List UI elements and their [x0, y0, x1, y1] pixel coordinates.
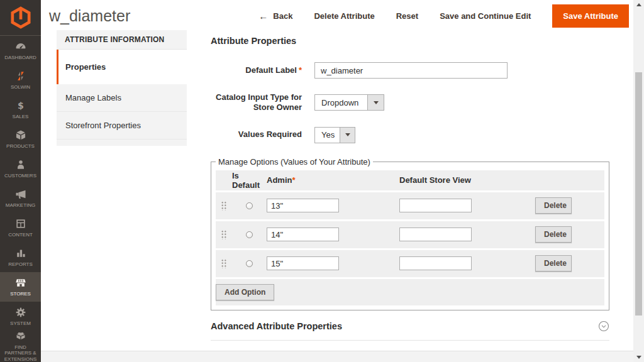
column-default-store-view: Default Store View: [399, 175, 472, 185]
dashboard-icon: [14, 40, 27, 53]
chevron-down-circle-icon[interactable]: [598, 321, 609, 332]
sidebar-item[interactable]: PRODUCTS: [0, 124, 41, 154]
stores-icon: [14, 277, 27, 289]
sidebar-item-label: PRODUCTS: [6, 143, 35, 149]
save-and-continue-button[interactable]: Save and Continue Edit: [440, 11, 531, 21]
page-title: w_diameter: [49, 7, 130, 25]
sidebar-item-label: CUSTOMERS: [4, 173, 37, 178]
add-option-button[interactable]: Add Option: [216, 284, 274, 300]
sales-icon: $: [14, 99, 27, 112]
reset-button[interactable]: Reset: [396, 11, 418, 21]
sidebar-item[interactable]: MARKETING: [0, 184, 41, 213]
admin-value-input[interactable]: [267, 228, 339, 241]
tab-label: Manage Labels: [65, 93, 121, 102]
sidebar-item[interactable]: STORES: [0, 272, 41, 302]
admin-value-input[interactable]: [267, 199, 339, 212]
option-row: Delete: [216, 250, 604, 277]
sidebar-item[interactable]: $ SALES: [0, 95, 41, 124]
attribute-tabs-panel: ATTRIBUTE INFORMATION Properties Manage …: [57, 30, 187, 146]
sidebar-item-label: STORES: [9, 291, 31, 297]
default-label-label: Default Label*: [211, 65, 302, 75]
admin-value-input[interactable]: [267, 256, 339, 270]
content-icon: [14, 217, 27, 230]
drag-handle-icon[interactable]: [221, 200, 226, 211]
values-required-row: Values Required Yes: [211, 127, 609, 143]
system-icon: [14, 306, 27, 319]
drag-handle-icon[interactable]: [221, 229, 226, 239]
drag-handle-icon[interactable]: [221, 258, 226, 268]
option-row: Delete: [216, 192, 604, 219]
values-required-label: Values Required: [211, 129, 302, 140]
default-label-input[interactable]: [314, 62, 508, 79]
required-asterisk: *: [299, 65, 302, 75]
is-default-radio[interactable]: [246, 260, 253, 267]
scrollbar-thumb[interactable]: [635, 72, 642, 315]
manage-options-fieldset: Manage Options (Values of Your Attribute…: [211, 157, 609, 310]
is-default-radio[interactable]: [246, 231, 253, 238]
save-attribute-button[interactable]: Save Attribute: [552, 4, 629, 28]
sidebar-item[interactable]: CUSTOMERS: [0, 154, 41, 184]
store-view-input[interactable]: [399, 256, 472, 270]
values-required-select[interactable]: Yes: [314, 127, 355, 143]
sidebar-item[interactable]: SYSTEM: [0, 302, 41, 331]
sidebar-item[interactable]: DASHBOARD: [0, 36, 41, 65]
admin-sidebar: DASHBOARD SOLWIN $ SALES PRODUCTS CUSTOM…: [0, 0, 41, 362]
chevron-down-icon: [367, 95, 384, 110]
sidebar-item[interactable]: FIND PARTNERS & EXTENSIONS: [0, 331, 41, 361]
magento-logo-icon: [11, 6, 31, 29]
back-arrow-icon: ←: [258, 11, 268, 21]
delete-option-button[interactable]: Delete: [535, 226, 572, 243]
vertical-scrollbar[interactable]: [633, 0, 644, 362]
back-label: Back: [273, 11, 292, 21]
catalog-input-type-label: Catalog Input Type for Store Owner: [211, 92, 302, 113]
options-table-header: Is Default Admin* Default Store View: [216, 170, 604, 190]
marketing-icon: [14, 188, 27, 200]
sidebar-item-label: REPORTS: [8, 261, 33, 267]
back-button[interactable]: ← Back: [258, 11, 292, 21]
sidebar-item-label: CONTENT: [8, 232, 33, 238]
advanced-attribute-properties-section[interactable]: Advanced Attribute Properties: [211, 321, 609, 341]
svg-text:$: $: [18, 101, 24, 111]
default-label-row: Default Label*: [211, 62, 609, 79]
tab-item[interactable]: Storefront Properties: [57, 112, 187, 140]
sidebar-item[interactable]: SOLWIN: [0, 65, 41, 95]
delete-option-button[interactable]: Delete: [535, 197, 572, 214]
option-row: Delete: [216, 221, 604, 248]
values-required-value: Yes: [315, 128, 340, 143]
magento-logo[interactable]: [0, 0, 41, 36]
catalog-input-type-row: Catalog Input Type for Store Owner Dropd…: [211, 92, 609, 113]
tab-item[interactable]: Properties: [57, 50, 187, 84]
manage-options-legend: Manage Options (Values of Your Attribute…: [216, 157, 373, 167]
catalog-input-type-value: Dropdown: [315, 95, 367, 110]
options-rows: Delete Delete: [216, 192, 604, 277]
products-icon: [14, 129, 27, 141]
sidebar-item-label: SYSTEM: [9, 321, 31, 326]
tab-item[interactable]: Manage Labels: [57, 84, 187, 112]
tab-label: Properties: [65, 62, 106, 72]
sidebar-item-label: SALES: [12, 114, 30, 119]
advanced-section-title: Advanced Attribute Properties: [211, 321, 342, 331]
attribute-properties-form: Attribute Properties Default Label* Cata…: [211, 30, 609, 341]
delete-option-button[interactable]: Delete: [535, 255, 572, 272]
sidebar-item-label: DASHBOARD: [4, 55, 37, 60]
store-view-input[interactable]: [399, 199, 472, 212]
sidebar-item-label: FIND PARTNERS & EXTENSIONS: [1, 344, 40, 362]
reports-icon: [14, 247, 27, 260]
chevron-down-icon: [340, 128, 355, 143]
catalog-input-type-select[interactable]: Dropdown: [314, 94, 384, 111]
sidebar-item-label: SOLWIN: [10, 84, 31, 90]
scroll-up-arrow[interactable]: [633, 0, 644, 9]
solwin-icon: [14, 70, 27, 82]
sidebar-nav: DASHBOARD SOLWIN $ SALES PRODUCTS CUSTOM…: [0, 36, 41, 361]
sidebar-item[interactable]: CONTENT: [0, 213, 41, 243]
page-container: w_diameter ← Back Delete Attribute Reset…: [41, 0, 633, 362]
store-view-input[interactable]: [399, 228, 472, 241]
scroll-down-arrow[interactable]: [633, 353, 644, 362]
sidebar-item[interactable]: REPORTS: [0, 243, 41, 272]
extensions-icon: [14, 330, 27, 343]
sidebar-item-label: MARKETING: [5, 202, 36, 208]
add-option-row: Add Option: [216, 279, 604, 305]
column-is-default: Is Default: [216, 171, 267, 190]
is-default-radio[interactable]: [246, 202, 253, 209]
delete-attribute-button[interactable]: Delete Attribute: [314, 11, 374, 21]
